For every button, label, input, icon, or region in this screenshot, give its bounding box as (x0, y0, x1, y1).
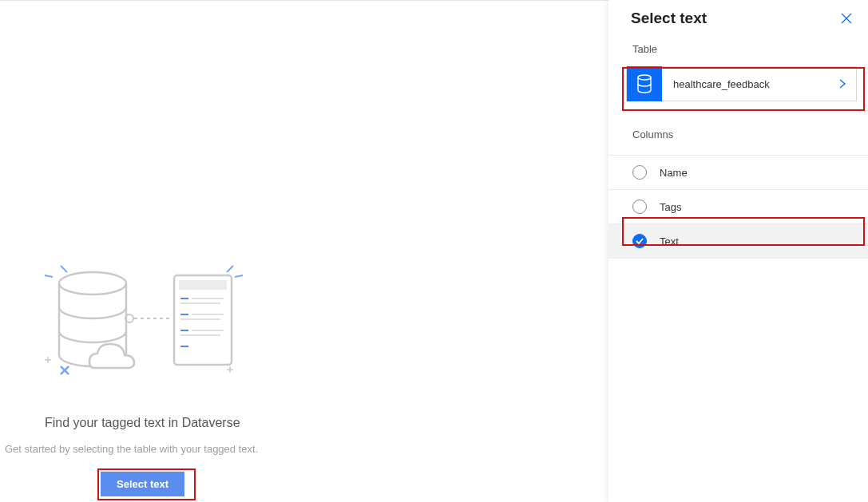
panel-header: Select text (608, 0, 868, 34)
chevron-right-icon (838, 78, 856, 89)
svg-rect-21 (180, 330, 188, 331)
close-icon[interactable] (839, 11, 854, 26)
panel-title: Select text (631, 10, 707, 27)
radio-checked-icon (632, 234, 647, 248)
table-selector[interactable]: healthcare_feedback (626, 66, 857, 101)
main-heading: Find your tagged text in Dataverse (45, 416, 240, 430)
svg-rect-16 (192, 298, 224, 299)
column-label: Name (660, 167, 688, 179)
svg-rect-23 (180, 334, 220, 336)
select-text-panel: Select text Table healthcare_feedback (608, 0, 868, 502)
table-section-label: Table (608, 34, 868, 61)
dataverse-illustration (32, 261, 264, 381)
column-list: Name Tags Text (608, 156, 868, 259)
svg-rect-20 (180, 318, 220, 320)
svg-line-3 (235, 275, 243, 277)
svg-line-0 (61, 266, 67, 272)
columns-section-label: Columns (608, 119, 868, 147)
column-label: Tags (660, 201, 681, 213)
radio-unchecked-icon (632, 165, 647, 180)
svg-point-10 (59, 272, 126, 294)
svg-rect-14 (179, 280, 227, 290)
column-item-text[interactable]: Text (608, 224, 868, 259)
svg-rect-18 (180, 314, 188, 315)
svg-rect-22 (192, 330, 224, 331)
table-name: healthcare_feedback (662, 78, 838, 90)
svg-rect-19 (192, 314, 224, 315)
svg-rect-15 (180, 298, 188, 299)
main-subtext: Get started by selecting the table with … (5, 443, 258, 455)
svg-line-2 (227, 266, 233, 272)
column-item-tags[interactable]: Tags (608, 190, 868, 224)
main-content-area: Find your tagged text in Dataverse Get s… (0, 0, 608, 502)
column-label: Text (660, 235, 679, 247)
database-icon (627, 66, 662, 101)
svg-rect-24 (180, 346, 188, 347)
svg-point-27 (638, 75, 651, 80)
column-item-name[interactable]: Name (608, 156, 868, 190)
radio-unchecked-icon (632, 200, 647, 214)
svg-line-1 (45, 275, 53, 277)
select-text-button[interactable]: Select text (101, 472, 184, 496)
svg-rect-17 (180, 302, 220, 304)
